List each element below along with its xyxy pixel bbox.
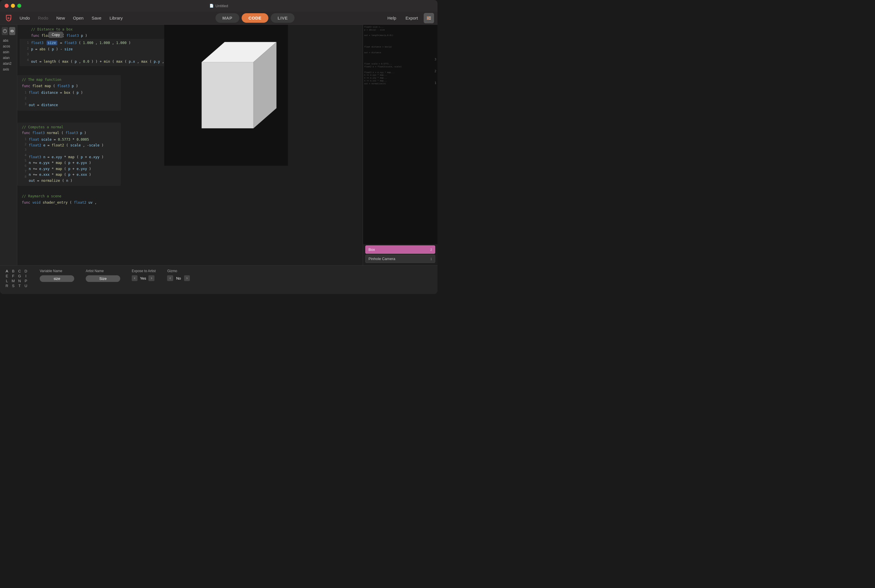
window-title-area: 📄 Untitled — [210, 4, 228, 8]
alpha-n[interactable]: N — [17, 279, 22, 283]
redo-button[interactable]: Redo — [34, 14, 52, 22]
line-2-2 — [29, 96, 121, 102]
alpha-row-3: L M N P — [4, 279, 28, 283]
sidebar-item-abs[interactable]: abs — [2, 38, 15, 43]
func-sig-2: func float map ( float3 p ) — [22, 83, 121, 90]
undo-button[interactable]: Undo — [16, 14, 33, 22]
code-block-2: // The map function func float map ( flo… — [17, 75, 121, 111]
param-1: p — [81, 34, 85, 38]
alpha-m[interactable]: M — [11, 279, 15, 283]
node-label-box: Box — [369, 248, 375, 252]
export-button[interactable]: Export — [402, 14, 421, 22]
alpha-u[interactable]: U — [24, 284, 28, 288]
type-1: float3 — [66, 34, 79, 38]
alpha-row-1: A B C D — [4, 269, 28, 273]
tab-live[interactable]: LIVE — [271, 13, 295, 23]
alpha-d[interactable]: D — [24, 269, 28, 273]
alpha-l[interactable]: L — [4, 279, 9, 283]
alpha-i[interactable]: I — [24, 274, 28, 278]
sidebar-item-atan[interactable]: atan — [2, 55, 15, 60]
svg-text:R₂: R₂ — [7, 16, 11, 20]
node-item-box[interactable]: Box 2 — [365, 245, 435, 254]
comment-2: // The map function — [22, 77, 121, 83]
alpha-t[interactable]: T — [17, 284, 22, 288]
svg-point-4 — [427, 16, 429, 18]
cube-viewport-svg — [164, 25, 288, 166]
expose-prev-btn[interactable]: ‹ — [132, 275, 138, 281]
line-nums-2: 123 — [19, 90, 29, 108]
right-line-numbers: 3 2 1 — [435, 57, 436, 85]
main-window: 📄 Untitled R₂ Undo Redo New Open Save Li… — [0, 0, 438, 294]
node-icon-btn[interactable] — [9, 27, 15, 35]
svg-marker-10 — [202, 62, 253, 128]
settings-icon — [426, 15, 432, 21]
menubar: R₂ Undo Redo New Open Save Library MAP C… — [0, 12, 438, 25]
alpha-f[interactable]: F — [11, 274, 15, 278]
line-nums-3: 12345678 — [19, 136, 29, 183]
artist-name-label: Artist Name — [86, 269, 120, 273]
gizmo-prev-btn[interactable]: ‹ — [167, 275, 173, 281]
node-num-camera: 1 — [430, 257, 432, 261]
viewport-3d[interactable] — [164, 25, 288, 166]
line-gutter-1 — [19, 27, 31, 39]
paren-close-1: ) — [85, 34, 87, 38]
comment-3: // Computes a normal — [22, 124, 121, 130]
alpha-p[interactable]: P — [24, 279, 28, 283]
tab-map[interactable]: MAP — [216, 13, 239, 23]
code-lines-3: 12345678 float scale = 0.5773 * 0.0005 f… — [19, 136, 121, 184]
settings-button[interactable] — [424, 13, 434, 23]
tab-code[interactable]: CODE — [241, 13, 268, 23]
logo-button[interactable]: R₂ — [3, 13, 14, 23]
help-button[interactable]: Help — [384, 14, 400, 22]
svg-marker-8 — [4, 30, 5, 31]
bottom-panel: A B C D E F G I L M N P R S T U — [0, 265, 438, 294]
code-lines-2: 123 float distance = box ( p ) — [19, 89, 121, 109]
code-lines-content-2: float distance = box ( p ) out = — [29, 90, 121, 108]
gizmo-label: Gizmo — [167, 269, 190, 273]
alpha-r[interactable]: R — [4, 284, 9, 288]
line-2-3: out = distance — [29, 102, 121, 108]
sidebar-top-icons — [2, 27, 15, 35]
window-title: Untitled — [216, 4, 228, 8]
alpha-s[interactable]: S — [11, 284, 15, 288]
alpha-a[interactable]: A — [4, 269, 9, 273]
compass-icon-btn[interactable] — [2, 27, 8, 35]
artist-name-input[interactable]: Size — [86, 275, 120, 282]
tab-group: MAP CODE LIVE — [127, 13, 383, 23]
alpha-g[interactable]: G — [17, 274, 22, 278]
expose-label: Expose to Artist — [132, 269, 156, 273]
alpha-c[interactable]: C — [17, 269, 22, 273]
maximize-button[interactable] — [17, 4, 21, 8]
new-button[interactable]: New — [53, 14, 69, 22]
node-icon — [10, 29, 14, 33]
copy-popup[interactable]: Copy — [48, 32, 63, 38]
node-item-camera[interactable]: Pinhole Camera 1 — [365, 255, 435, 263]
close-button[interactable] — [4, 4, 9, 8]
open-button[interactable]: Open — [70, 14, 87, 22]
line-nums-1: 1234 — [19, 40, 31, 65]
code-block-4: // Raymarch a scene func void shader_ent… — [17, 192, 250, 207]
library-button[interactable]: Library — [106, 14, 126, 22]
svg-point-6 — [427, 19, 429, 20]
gizmo-next-btn[interactable]: › — [184, 275, 190, 281]
sidebar-item-atan2[interactable]: atan2 — [2, 61, 15, 66]
alphabet-shortcuts: A B C D E F G I L M N P R S T U — [4, 269, 28, 288]
expose-next-btn[interactable]: › — [148, 275, 154, 281]
comment-4: // Raymarch a scene — [22, 194, 250, 200]
svg-point-5 — [429, 18, 430, 19]
alpha-b[interactable]: B — [11, 269, 15, 273]
sidebar-item-asin[interactable]: asin — [2, 50, 15, 55]
compass-icon — [3, 29, 7, 33]
variable-name-input[interactable]: size — [40, 275, 74, 282]
save-button[interactable]: Save — [88, 14, 105, 22]
minimize-button[interactable] — [11, 4, 15, 8]
func-sig-3: func float3 normal ( float3 p ) — [22, 130, 121, 136]
code-content-3: // Computes a normal func float3 normal … — [19, 124, 121, 136]
artist-name-group: Artist Name Size — [86, 269, 120, 282]
code-editor[interactable]: // Distance to a box func float box ( fl… — [17, 25, 363, 265]
panel-right: float3 size =... p = abs(p) - size out =… — [363, 25, 438, 265]
alpha-e[interactable]: E — [4, 274, 9, 278]
sidebar-item-acos[interactable]: acos — [2, 44, 15, 49]
sidebar-item-axis[interactable]: axis — [2, 67, 15, 72]
variable-name-label: Variable Name — [40, 269, 74, 273]
